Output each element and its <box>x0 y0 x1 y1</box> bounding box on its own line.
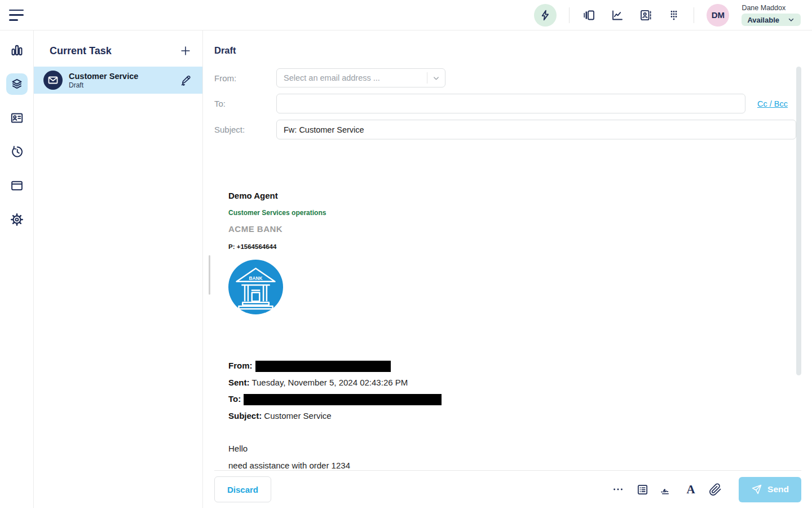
chevron-down-icon <box>787 16 795 24</box>
fwd-sent-value: Tuesday, November 5, 2024 02:43:26 PM <box>251 378 408 387</box>
contact-card-icon <box>10 111 24 125</box>
send-button-label: Send <box>767 484 789 494</box>
fwd-subject-value: Customer Service <box>264 411 331 421</box>
to-input[interactable] <box>276 94 745 113</box>
from-select-placeholder: Select an email address ... <box>284 73 427 82</box>
avatar[interactable]: DM <box>707 4 729 27</box>
subject-label: Subject: <box>214 125 276 134</box>
task-panel-title: Current Task <box>50 45 112 57</box>
template-list-icon <box>636 483 649 496</box>
conversations-panel-icon[interactable] <box>582 8 597 23</box>
edit-pen-icon[interactable] <box>179 73 193 87</box>
signature-icon <box>660 483 673 496</box>
app-window: DM Dane Maddox Available <box>0 0 812 508</box>
signature-name: Demo Agent <box>228 191 812 200</box>
history-icon <box>10 144 24 159</box>
ellipsis-icon <box>612 483 624 496</box>
fwd-from-label: From: <box>228 361 253 370</box>
font-icon: A <box>686 484 695 496</box>
browser-window-icon <box>10 178 24 193</box>
sidebar-item-tasks[interactable] <box>6 73 28 95</box>
top-bar: DM Dane Maddox Available <box>0 0 812 30</box>
topbar-divider <box>694 7 694 23</box>
sidebar-item-history[interactable] <box>6 141 28 163</box>
fwd-sent-label: Sent: <box>228 378 250 387</box>
lightning-icon <box>539 9 551 21</box>
contacts-icon[interactable] <box>638 8 653 23</box>
font-format-button[interactable]: A <box>683 482 698 497</box>
user-name: Dane Maddox <box>742 4 801 12</box>
dialpad-icon[interactable] <box>667 8 681 23</box>
availability-dropdown[interactable]: Available <box>742 14 801 26</box>
availability-status: Available <box>747 16 779 24</box>
line-chart-icon[interactable] <box>610 8 625 23</box>
hamburger-menu-icon[interactable] <box>9 9 25 21</box>
envelope-icon <box>43 70 63 90</box>
task-item-customer-service[interactable]: Customer Service Draft <box>34 67 202 94</box>
gear-icon <box>10 212 24 227</box>
select-divider <box>427 72 427 84</box>
message-line: Hello <box>228 440 812 457</box>
redacted-to-address <box>244 394 442 405</box>
sidebar-item-browser[interactable] <box>6 175 28 196</box>
task-panel: Current Task Customer Service Draft <box>34 30 203 508</box>
discard-button[interactable]: Discard <box>214 476 271 502</box>
sidebar-item-settings[interactable] <box>6 209 28 230</box>
bar-chart-icon <box>10 43 24 58</box>
from-label: From: <box>214 73 276 83</box>
chevron-down-icon <box>432 74 440 82</box>
fwd-to-label: To: <box>228 394 241 404</box>
task-subtitle: Draft <box>69 81 173 89</box>
compose-area: Draft From: Select an email address ... … <box>203 30 812 508</box>
sidebar-item-dashboard[interactable] <box>6 40 28 61</box>
vertical-scrollbar[interactable] <box>796 67 801 375</box>
task-title: Customer Service <box>69 72 173 81</box>
signature-department: Customer Services operations <box>228 209 812 217</box>
forwarded-message: From: Sent: Tuesday, November 5, 2024 02… <box>228 357 812 474</box>
topbar-divider <box>569 7 570 23</box>
more-options-button[interactable] <box>611 482 625 497</box>
lightning-button[interactable] <box>534 4 557 27</box>
fwd-subject-label: Subject: <box>228 411 262 421</box>
cc-bcc-link[interactable]: Cc / Bcc <box>757 99 788 108</box>
plus-icon <box>179 45 192 57</box>
layers-icon <box>10 77 24 91</box>
templates-button[interactable] <box>635 482 650 497</box>
paper-plane-icon <box>751 484 762 495</box>
left-sidebar <box>0 30 34 508</box>
paperclip-icon <box>709 483 722 496</box>
send-button[interactable]: Send <box>739 477 801 502</box>
attach-file-button[interactable] <box>708 482 722 497</box>
redacted-from-address <box>255 361 391 372</box>
signature-company: ACME BANK <box>228 224 812 234</box>
from-select[interactable]: Select an email address ... <box>276 68 445 87</box>
sidebar-item-contacts[interactable] <box>6 107 28 129</box>
compose-footer-toolbar: Discard <box>214 470 801 508</box>
bank-logo-text: BANK <box>249 276 263 281</box>
signature-phone: P: +1564564644 <box>228 243 812 250</box>
page-title: Draft <box>214 45 812 56</box>
add-task-button[interactable] <box>179 44 192 58</box>
to-label: To: <box>214 99 276 108</box>
bank-logo: BANK <box>228 260 283 314</box>
panel-resize-handle[interactable] <box>209 255 210 295</box>
signature-button[interactable] <box>659 482 674 497</box>
subject-input[interactable] <box>276 120 796 139</box>
email-body-editor[interactable]: Demo Agent Customer Services operations … <box>214 146 812 474</box>
